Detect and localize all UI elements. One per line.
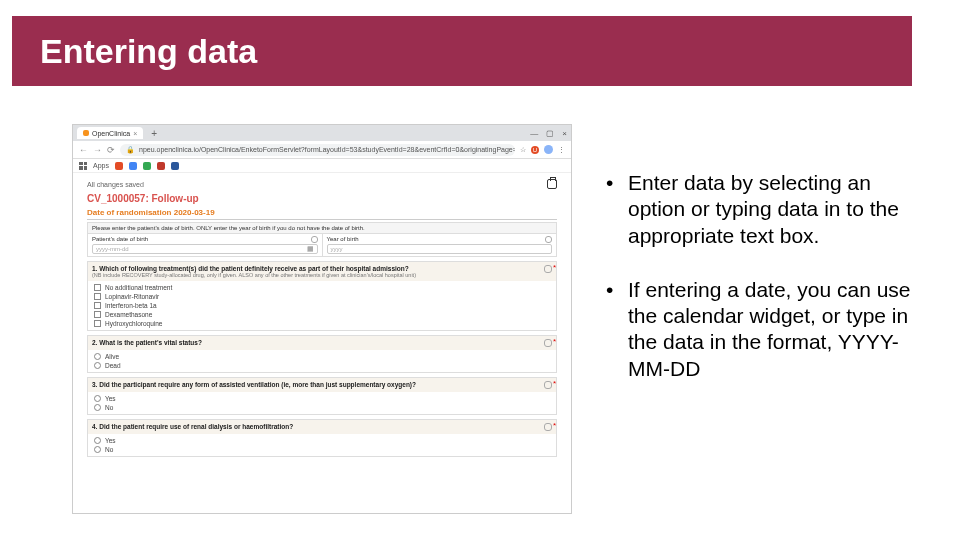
lock-icon: 🔒 — [126, 146, 135, 154]
back-icon[interactable]: ← — [79, 145, 88, 155]
browser-tab[interactable]: OpenClinica × — [77, 127, 143, 139]
checkbox-icon[interactable] — [94, 284, 101, 291]
window-controls: — ▢ × — [530, 129, 567, 138]
apps-icon[interactable] — [79, 162, 87, 170]
q4-text: 4. Did the patient require use of renal … — [92, 423, 293, 430]
radio-icon[interactable] — [94, 395, 101, 402]
tab-label: OpenClinica — [92, 130, 130, 137]
q1-option[interactable]: Lopinavir-Ritonavir — [94, 293, 550, 300]
q3-option[interactable]: No — [94, 404, 550, 411]
q1-text: 1. Which of following treatment(s) did t… — [92, 265, 409, 272]
checkbox-icon[interactable] — [94, 293, 101, 300]
checkbox-icon[interactable] — [94, 311, 101, 318]
address-bar[interactable]: 🔒 npeu.openclinica.io/OpenClinica/Enketo… — [120, 144, 515, 156]
browser-toolbar: ← → ⟳ 🔒 npeu.openclinica.io/OpenClinica/… — [73, 141, 571, 159]
form-title: CV_1000057: Follow-up — [87, 193, 557, 204]
profile-icon[interactable] — [544, 145, 553, 154]
question-4: 4. Did the patient require use of renal … — [87, 419, 557, 457]
radio-icon[interactable] — [94, 404, 101, 411]
print-icon[interactable] — [547, 179, 557, 189]
browser-tabstrip: OpenClinica × + — ▢ × — [73, 125, 571, 141]
slide-bullets: Enter data by selecting an option or typ… — [600, 170, 930, 410]
dob-label: Patient's date of birth — [92, 236, 148, 243]
radio-icon[interactable] — [94, 446, 101, 453]
dob-input[interactable]: yyyy-mm-dd ▦ — [92, 244, 318, 254]
save-status: All changes saved — [87, 181, 144, 188]
bookmarks-bar: Apps — [73, 159, 571, 173]
q3-text: 3. Did the participant require any form … — [92, 381, 416, 388]
radio-icon[interactable] — [94, 437, 101, 444]
dob-placeholder: yyyy-mm-dd — [96, 246, 129, 252]
comment-icon[interactable] — [311, 236, 318, 243]
bullet-2: If entering a date, you can use the cale… — [600, 277, 930, 382]
calendar-icon[interactable]: ▦ — [307, 245, 314, 253]
bookmark-icon[interactable] — [129, 162, 137, 170]
maximize-icon[interactable]: ▢ — [546, 129, 554, 138]
q4-option[interactable]: No — [94, 446, 550, 453]
star-icon[interactable]: ☆ — [520, 146, 526, 154]
slide-title: Entering data — [40, 32, 257, 71]
url-text: npeu.openclinica.io/OpenClinica/EnketoFo… — [139, 146, 515, 153]
minimize-icon[interactable]: — — [530, 129, 538, 138]
question-3: 3. Did the participant require any form … — [87, 377, 557, 415]
q4-option[interactable]: Yes — [94, 437, 550, 444]
q1-option[interactable]: Hydroxychloroquine — [94, 320, 550, 327]
question-1: 1. Which of following treatment(s) did t… — [87, 261, 557, 331]
yob-label: Year of birth — [327, 236, 359, 243]
q2-option[interactable]: Alive — [94, 353, 550, 360]
browser-screenshot: OpenClinica × + — ▢ × ← → ⟳ 🔒 npeu.openc… — [72, 124, 572, 514]
bookmark-icon[interactable] — [115, 162, 123, 170]
yob-placeholder: yyyy — [331, 246, 343, 252]
comment-icon[interactable] — [545, 236, 552, 243]
bookmark-icon[interactable] — [171, 162, 179, 170]
checkbox-icon[interactable] — [94, 320, 101, 327]
q2-text: 2. What is the patient's vital status? — [92, 339, 202, 346]
yob-input[interactable]: yyyy — [327, 244, 553, 254]
q1-option[interactable]: No additional treatment — [94, 284, 550, 291]
reload-icon[interactable]: ⟳ — [107, 145, 115, 155]
q1-subtext: (NB include RECOVERY study-allocated dru… — [92, 272, 416, 278]
bullet-1: Enter data by selecting an option or typ… — [600, 170, 930, 249]
comment-icon[interactable] — [544, 339, 552, 347]
openclinica-favicon-icon — [83, 130, 89, 136]
bookmark-icon[interactable] — [143, 162, 151, 170]
menu-icon[interactable]: ⋮ — [558, 146, 565, 154]
form-section-title: Date of randomisation 2020-03-19 — [87, 208, 557, 220]
comment-icon[interactable] — [544, 381, 552, 389]
bookmark-icon[interactable] — [157, 162, 165, 170]
q3-option[interactable]: Yes — [94, 395, 550, 402]
q1-option[interactable]: Dexamethasone — [94, 311, 550, 318]
dob-row: Patient's date of birth yyyy-mm-dd ▦ Yea… — [87, 234, 557, 257]
q1-option[interactable]: Interferon-beta 1a — [94, 302, 550, 309]
question-2: 2. What is the patient's vital status? A… — [87, 335, 557, 373]
checkbox-icon[interactable] — [94, 302, 101, 309]
comment-icon[interactable] — [544, 265, 552, 273]
apps-label[interactable]: Apps — [93, 162, 109, 169]
dob-instruction: Please enter the patient's date of birth… — [87, 222, 557, 234]
extension-badge-icon[interactable]: U — [531, 146, 539, 154]
radio-icon[interactable] — [94, 362, 101, 369]
page-content: All changes saved CV_1000057: Follow-up … — [73, 173, 571, 513]
slide-title-banner: Entering data — [12, 16, 912, 86]
radio-icon[interactable] — [94, 353, 101, 360]
close-window-icon[interactable]: × — [562, 129, 567, 138]
comment-icon[interactable] — [544, 423, 552, 431]
q2-option[interactable]: Dead — [94, 362, 550, 369]
forward-icon[interactable]: → — [93, 145, 102, 155]
new-tab-button[interactable]: + — [147, 128, 161, 139]
close-tab-icon[interactable]: × — [133, 130, 137, 137]
